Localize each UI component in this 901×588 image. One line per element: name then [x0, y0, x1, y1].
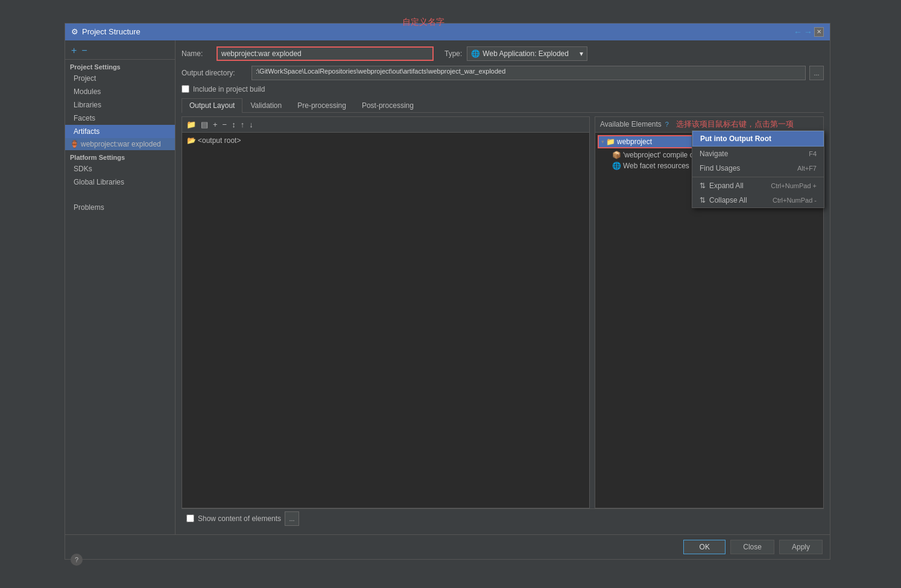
context-expand-all[interactable]: ⇅ Expand All Ctrl+NumPad +	[692, 179, 824, 193]
forward-button[interactable]: →	[804, 27, 812, 37]
context-put-root[interactable]: Put into Output Root	[692, 131, 824, 147]
tree-up-btn[interactable]: ↑	[239, 119, 247, 130]
show-content-row: Show content of elements ...	[186, 511, 299, 526]
show-content-ellipsis[interactable]: ...	[285, 511, 299, 526]
sidebar-item-problems[interactable]: Problems	[65, 201, 175, 214]
tree-filter-btn[interactable]: ▤	[199, 119, 210, 130]
project-structure-dialog: ⚙ Project Structure ← → ✕ + − Project Se…	[65, 23, 830, 560]
tab-output-layout[interactable]: Output Layout	[182, 98, 242, 113]
project-settings-label: Project Settings	[65, 60, 175, 72]
type-dropdown[interactable]: 🌐 Web Application: Exploded ▾	[467, 46, 587, 61]
include-checkbox[interactable]	[182, 85, 189, 93]
sidebar-item-facets[interactable]: Facets	[65, 112, 175, 125]
context-separator	[692, 177, 824, 177]
footer-close-button[interactable]: Close	[730, 540, 774, 554]
tree-folder-btn[interactable]: 📁	[185, 119, 198, 130]
sidebar-item-global-libraries-label: Global Libraries	[74, 178, 124, 186]
available-panel: Available Elements ? 选择该项目鼠标右键，点击第一项 ▾ 📁…	[595, 116, 824, 508]
sidebar-item-project-label: Project	[74, 74, 96, 83]
webproject-label: webproject	[617, 138, 652, 146]
browse-button[interactable]: ...	[809, 66, 824, 80]
output-root-label: <output root>	[198, 136, 241, 145]
output-root-node[interactable]: 📂 <output root>	[185, 135, 587, 146]
navigate-label: Navigate	[700, 150, 728, 158]
expand-all-icon: ⇅	[700, 182, 706, 190]
titlebar-left: ⚙ Project Structure	[71, 27, 141, 36]
output-path-value: :\GitWorkSpace\LocalRepositories\webproj…	[251, 66, 806, 80]
sidebar-item-project[interactable]: Project	[65, 72, 175, 85]
dialog-title-icon: ⚙	[71, 27, 78, 36]
apply-button[interactable]: Apply	[779, 540, 823, 554]
web-facet-label: Web facet resources	[623, 162, 689, 170]
expand-all-shortcut: Ctrl+NumPad +	[771, 182, 817, 189]
sidebar-item-global-libraries[interactable]: Global Libraries	[65, 175, 175, 189]
type-dropdown-chevron: ▾	[580, 49, 583, 58]
artifact-item[interactable]: 🏺 webproject:war exploded	[65, 138, 175, 150]
tree-toolbar: 📁 ▤ + − ↕ ↑ ↓	[182, 117, 589, 133]
sidebar-item-modules[interactable]: Modules	[65, 85, 175, 98]
sidebar-item-artifacts[interactable]: Artifacts	[65, 125, 175, 138]
sidebar-item-libraries-label: Libraries	[74, 101, 101, 109]
tree-add-btn[interactable]: +	[211, 119, 220, 130]
sidebar-item-facets-label: Facets	[74, 114, 95, 122]
tree-content: 📂 <output root>	[182, 133, 589, 508]
dialog-title: Project Structure	[82, 27, 141, 36]
include-label: Include in project build	[193, 85, 265, 93]
tree-panel: 📁 ▤ + − ↕ ↑ ↓ 📂 <output root>	[182, 116, 590, 508]
sidebar-item-problems-label: Problems	[74, 203, 104, 212]
webproject-chevron: ▾	[601, 139, 604, 145]
nav-arrows: ← → ✕	[794, 27, 824, 37]
context-collapse-all[interactable]: ⇅ Collapse All Ctrl+NumPad -	[692, 193, 824, 207]
sidebar-item-modules-label: Modules	[74, 87, 101, 96]
expand-all-label: Expand All	[709, 182, 744, 190]
context-find-usages[interactable]: Find Usages Alt+F7	[692, 161, 824, 175]
web-facet-icon: 🌐	[612, 162, 621, 170]
sidebar-item-sdks[interactable]: SDKs	[65, 162, 175, 175]
module-icon: 📦	[612, 151, 621, 159]
sidebar-item-artifacts-label: Artifacts	[74, 127, 100, 136]
name-type-row: Name: Type: 🌐 Web Application: Exploded …	[182, 46, 824, 61]
sidebar: + − Project Settings Project Modules Lib…	[65, 40, 175, 534]
available-annotation: 选择该项目鼠标右键，点击第一项	[676, 119, 794, 130]
collapse-all-icon: ⇅	[700, 196, 706, 204]
tree-down-btn[interactable]: ↓	[247, 119, 255, 130]
output-root-icon: 📂	[187, 136, 196, 145]
tree-remove-btn[interactable]: −	[221, 119, 229, 130]
navigate-shortcut: F4	[809, 150, 817, 157]
folder-icon: 📁	[606, 138, 615, 146]
tab-validation[interactable]: Validation	[242, 98, 289, 112]
dialog-close-button[interactable]: ✕	[814, 27, 824, 37]
find-usages-label: Find Usages	[700, 164, 740, 172]
type-dropdown-icon: 🌐	[471, 49, 480, 58]
tree-sort-btn[interactable]: ↕	[230, 119, 238, 130]
artifact-icon: 🏺	[70, 140, 78, 148]
sidebar-remove-button[interactable]: −	[80, 46, 88, 55]
sidebar-add-button[interactable]: +	[70, 46, 78, 55]
tabs-bar: Output Layout Validation Pre-processing …	[182, 98, 824, 113]
platform-settings-label: Platform Settings	[65, 150, 175, 162]
output-dir-label: Output directory:	[182, 69, 248, 77]
content-area: Name: Type: 🌐 Web Application: Exploded …	[175, 40, 830, 534]
collapse-all-shortcut: Ctrl+NumPad -	[773, 197, 817, 204]
available-title: Available Elements	[600, 120, 662, 128]
available-help-icon[interactable]: ?	[665, 121, 669, 128]
name-input[interactable]	[217, 46, 434, 61]
split-panel: 📁 ▤ + − ↕ ↑ ↓ 📂 <output root>	[182, 116, 824, 508]
help-circle-button[interactable]: ?	[71, 554, 83, 566]
name-label: Name:	[182, 49, 212, 58]
output-dir-row: Output directory: :\GitWorkSpace\LocalRe…	[182, 66, 824, 80]
tab-pre-processing[interactable]: Pre-processing	[289, 98, 354, 112]
ok-button[interactable]: OK	[683, 540, 726, 554]
show-content-checkbox[interactable]	[186, 514, 194, 522]
sidebar-item-sdks-label: SDKs	[74, 165, 92, 173]
collapse-all-label: Collapse All	[709, 196, 747, 204]
type-dropdown-value: Web Application: Exploded	[482, 49, 569, 58]
back-button[interactable]: ←	[794, 27, 802, 37]
dialog-footer: OK Close Apply	[65, 534, 830, 559]
find-usages-shortcut: Alt+F7	[797, 165, 817, 172]
show-content-label: Show content of elements	[198, 514, 281, 523]
artifact-item-label: webproject:war exploded	[81, 140, 161, 148]
context-navigate[interactable]: Navigate F4	[692, 147, 824, 161]
tab-post-processing[interactable]: Post-processing	[354, 98, 422, 112]
sidebar-item-libraries[interactable]: Libraries	[65, 98, 175, 112]
